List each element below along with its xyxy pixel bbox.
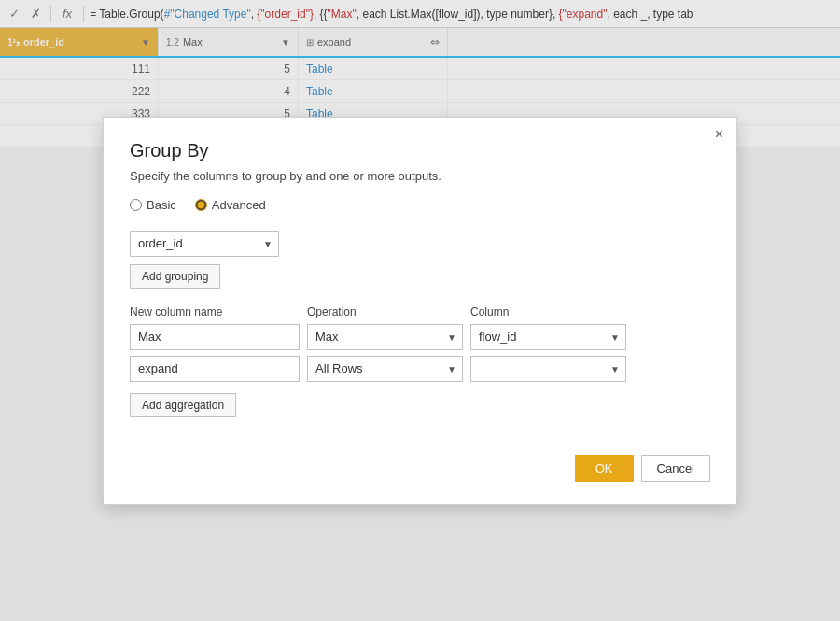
new-column-name-input-2[interactable] bbox=[130, 356, 300, 382]
column-select-wrap-2[interactable]: ▼ bbox=[470, 356, 626, 382]
operation-select-wrap-1[interactable]: Max Min Sum Average Count All Rows ▼ bbox=[307, 324, 463, 350]
aggregation-row-2: Max Min Sum Average Count All Rows ▼ ▼ bbox=[130, 356, 710, 382]
cancel-button[interactable]: Cancel bbox=[641, 455, 710, 482]
dialog-title: Group By bbox=[130, 140, 710, 162]
dialog-subtitle: Specify the columns to group by and one … bbox=[130, 169, 710, 183]
header-operation: Operation bbox=[307, 305, 470, 318]
header-new-column-name: New column name bbox=[130, 305, 307, 318]
modal-overlay: × Group By Specify the columns to group … bbox=[0, 0, 840, 621]
ok-button[interactable]: OK bbox=[575, 455, 634, 482]
header-column: Column bbox=[470, 305, 634, 318]
new-column-name-input-1[interactable] bbox=[130, 324, 300, 350]
modal-footer: OK Cancel bbox=[130, 455, 710, 482]
aggregation-row-1: Max Min Sum Average Count All Rows ▼ flo… bbox=[130, 324, 710, 350]
operation-select-1[interactable]: Max Min Sum Average Count All Rows bbox=[308, 325, 462, 349]
add-aggregation-button[interactable]: Add aggregation bbox=[130, 393, 236, 417]
close-button[interactable]: × bbox=[715, 127, 723, 142]
operation-select-wrap-2[interactable]: Max Min Sum Average Count All Rows ▼ bbox=[307, 356, 463, 382]
radio-basic-label[interactable]: Basic bbox=[130, 198, 176, 212]
add-grouping-button[interactable]: Add grouping bbox=[130, 264, 220, 289]
grouping-section: order_id ▼ Add grouping bbox=[130, 231, 710, 289]
radio-advanced[interactable] bbox=[195, 199, 207, 211]
outputs-section: New column name Operation Column Max Min… bbox=[130, 305, 710, 417]
group-by-dialog: × Group By Specify the columns to group … bbox=[103, 117, 737, 505]
radio-group: Basic Advanced bbox=[130, 198, 710, 212]
radio-basic[interactable] bbox=[130, 199, 142, 211]
column-select-2[interactable] bbox=[471, 357, 625, 381]
radio-advanced-text: Advanced bbox=[212, 198, 266, 212]
column-select-1[interactable]: flow_id bbox=[471, 325, 625, 349]
grouping-select[interactable]: order_id bbox=[131, 232, 278, 256]
operation-select-2[interactable]: Max Min Sum Average Count All Rows bbox=[308, 357, 462, 381]
outputs-header: New column name Operation Column bbox=[130, 305, 710, 318]
radio-basic-text: Basic bbox=[147, 198, 176, 212]
grouping-dropdown[interactable]: order_id ▼ bbox=[130, 231, 279, 257]
radio-advanced-label[interactable]: Advanced bbox=[195, 198, 266, 212]
column-select-wrap-1[interactable]: flow_id ▼ bbox=[470, 324, 626, 350]
